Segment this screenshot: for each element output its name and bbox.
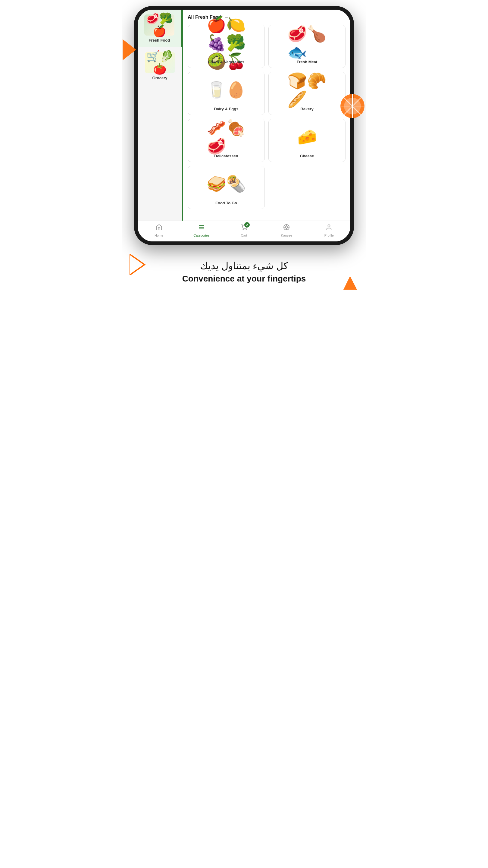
nav-item-categories[interactable]: Categories xyxy=(180,224,223,237)
page-wrapper: 🥩🥦🍎 Fresh Food 🛒🥬🍅 Grocery xyxy=(122,0,366,296)
category-card-cheese[interactable]: 🧀 Cheese xyxy=(268,119,346,162)
nav-item-profile[interactable]: Profile xyxy=(308,224,350,237)
category-card-bakery[interactable]: 🍞🥐🥖 Bakery xyxy=(268,72,346,115)
arabic-tagline: كل شيء بمتناول يديك xyxy=(128,260,360,272)
category-grid: 🍎🍋🍇🥦🥝🍒 Fruits & Vegetables 🥩🍗🐟 xyxy=(188,25,346,209)
fresh-meat-image: 🥩🍗🐟 xyxy=(287,29,327,57)
food-to-go-image: 🥪🌯 xyxy=(207,170,246,198)
svg-marker-19 xyxy=(130,254,144,275)
nav-item-kanzee[interactable]: Kanzee xyxy=(265,224,308,237)
category-card-fruits-vegetables[interactable]: 🍎🍋🍇🥦🥝🍒 Fruits & Vegetables xyxy=(188,25,265,68)
sidebar-fresh-food-label: Fresh Food xyxy=(149,38,170,42)
cheese-image: 🧀 xyxy=(287,123,327,151)
delicatessen-image: 🥓🍖🥩 xyxy=(207,123,246,151)
profile-icon xyxy=(326,224,332,232)
category-card-fresh-meat[interactable]: 🥩🍗🐟 Fresh Meat xyxy=(268,25,346,68)
dairy-eggs-image: 🥛🥚 xyxy=(207,76,246,104)
bottom-text-section: كل شيء بمتناول يديك Convenience at your … xyxy=(122,245,366,296)
orange-slice-right-icon xyxy=(340,93,365,119)
sidebar-grocery-label: Grocery xyxy=(153,76,167,80)
sidebar: 🥩🥦🍎 Fresh Food 🛒🥬🍅 Grocery xyxy=(138,10,183,221)
svg-point-11 xyxy=(246,229,247,230)
orange-triangle-bottom-right-icon xyxy=(344,276,357,290)
nav-home-label: Home xyxy=(155,234,163,237)
category-card-delicatessen[interactable]: 🥓🍖🥩 Delicatessen xyxy=(188,119,265,162)
phone-screen: 🥩🥦🍎 Fresh Food 🛒🥬🍅 Grocery xyxy=(138,10,350,241)
orange-arrow-left-icon xyxy=(123,39,139,60)
fruits-vegetables-image: 🍎🍋🍇🥦🥝🍒 xyxy=(207,29,246,57)
content-area: All Fresh Food → 🍎🍋🍇🥦🥝🍒 xyxy=(183,10,350,221)
phone-frame: 🥩🥦🍎 Fresh Food 🛒🥬🍅 Grocery xyxy=(134,6,354,245)
sidebar-item-fresh-food[interactable]: 🥩🥦🍎 Fresh Food xyxy=(138,10,182,47)
dairy-eggs-label: Dairy & Eggs xyxy=(214,107,238,111)
kanzee-icon xyxy=(283,224,290,232)
phone-screen-inner: 🥩🥦🍎 Fresh Food 🛒🥬🍅 Grocery xyxy=(138,10,350,241)
food-to-go-label: Food To Go xyxy=(216,201,237,205)
grocery-image: 🛒🥬🍅 xyxy=(145,52,175,73)
cart-badge: 2 xyxy=(244,222,250,227)
orange-arrow-bottom-left-icon xyxy=(130,254,148,275)
nav-categories-label: Categories xyxy=(193,234,209,237)
svg-marker-0 xyxy=(123,39,136,60)
svg-marker-20 xyxy=(344,276,357,290)
nav-kanzee-label: Kanzee xyxy=(281,234,292,237)
delicatessen-label: Delicatessen xyxy=(214,154,238,158)
fruits-vegetables-label: Fruits & Vegetables xyxy=(208,60,245,64)
cheese-label: Cheese xyxy=(300,154,314,158)
bakery-image: 🍞🥐🥖 xyxy=(287,76,327,104)
nav-item-home[interactable]: Home xyxy=(138,224,180,237)
sidebar-item-grocery[interactable]: 🛒🥬🍅 Grocery xyxy=(138,47,182,85)
nav-profile-label: Profile xyxy=(324,234,334,237)
svg-point-13 xyxy=(286,226,288,228)
cart-wrapper: 2 xyxy=(241,224,247,232)
category-card-food-to-go[interactable]: 🥪🌯 Food To Go xyxy=(188,166,265,209)
category-card-dairy-eggs[interactable]: 🥛🥚 Dairy & Eggs xyxy=(188,72,265,115)
app-content: 🥩🥦🍎 Fresh Food 🛒🥬🍅 Grocery xyxy=(138,10,350,241)
home-icon xyxy=(156,224,162,232)
phone-wrapper: 🥩🥦🍎 Fresh Food 🛒🥬🍅 Grocery xyxy=(122,0,366,245)
fresh-food-image: 🥩🥦🍎 xyxy=(144,14,174,36)
categories-icon xyxy=(198,224,205,232)
english-tagline: Convenience at your fingertips xyxy=(128,274,360,284)
bottom-nav: Home Categories xyxy=(138,221,350,241)
svg-point-10 xyxy=(243,229,243,230)
fresh-meat-label: Fresh Meat xyxy=(297,60,318,64)
main-area: 🥩🥦🍎 Fresh Food 🛒🥬🍅 Grocery xyxy=(138,10,350,221)
nav-cart-label: Cart xyxy=(241,234,247,237)
bakery-label: Bakery xyxy=(300,107,313,111)
nav-item-cart[interactable]: 2 Cart xyxy=(223,224,265,237)
svg-point-18 xyxy=(328,225,330,227)
